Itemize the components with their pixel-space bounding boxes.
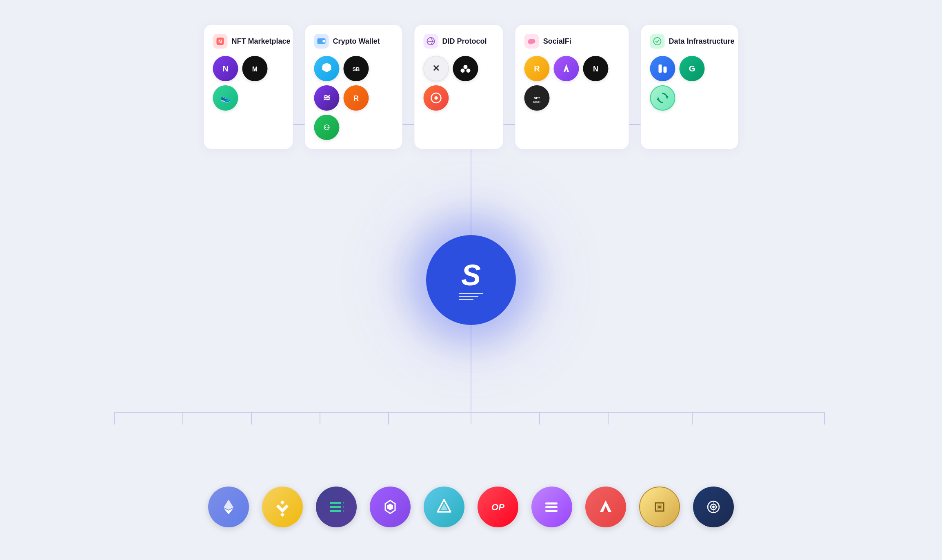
logo-numbers: N — [583, 56, 609, 81]
svg-marker-28 — [657, 98, 660, 100]
s-wave-2 — [459, 296, 478, 297]
svg-text:N: N — [222, 64, 228, 73]
svg-text:N: N — [593, 65, 598, 73]
logo-trezor — [314, 56, 339, 81]
svg-point-15 — [460, 69, 464, 73]
chain-kyber — [639, 487, 680, 527]
svg-point-18 — [434, 96, 438, 100]
logo-mintverse: M — [242, 56, 267, 81]
svg-point-54 — [658, 506, 661, 508]
socialfi-title: SocialFi — [543, 37, 571, 46]
svg-text:👟: 👟 — [220, 93, 231, 103]
svg-marker-35 — [280, 513, 284, 517]
svg-marker-43 — [387, 504, 393, 510]
top-cards-container: N NFT Marketplace N M 👟 — [203, 24, 738, 149]
logo-nftchat: NFTCHAT — [524, 85, 550, 111]
logo-aave-social — [554, 56, 579, 81]
card-header-data: Data Infrastructure — [650, 34, 729, 49]
logo-ronin: R — [343, 85, 369, 111]
chain-ethereum — [208, 487, 249, 527]
svg-point-16 — [466, 69, 470, 73]
bottom-chains-container: OP — [208, 487, 734, 527]
crypto-wallet-title: Crypto Wallet — [333, 37, 380, 46]
svg-rect-47 — [545, 502, 558, 504]
chain-cronos — [693, 487, 734, 527]
card-socialfi: SocialFi R N NFTCHAT — [515, 24, 629, 149]
svg-rect-24 — [659, 64, 662, 73]
s-logo: S — [461, 260, 481, 290]
s-wave-3 — [459, 299, 473, 300]
logo-data1 — [650, 56, 675, 81]
chain-bnb — [262, 487, 303, 527]
svg-text:≋: ≋ — [323, 93, 330, 103]
logo-opensea: 👟 — [213, 85, 238, 111]
logo-spruce — [453, 56, 478, 81]
did-logos: ✕ — [423, 56, 494, 111]
svg-text:NFT: NFT — [534, 96, 540, 100]
svg-rect-38 — [330, 510, 341, 512]
svg-marker-31 — [280, 500, 284, 504]
logo-green-wallet: ⚇ — [314, 115, 339, 140]
did-icon — [423, 34, 438, 49]
did-protocol-title: DID Protocol — [442, 37, 487, 46]
svg-text:⚇: ⚇ — [323, 124, 330, 132]
svg-text:G: G — [689, 64, 695, 73]
s-wave-1 — [459, 293, 483, 294]
logo-x-did: ✕ — [423, 56, 449, 81]
svg-text:SB: SB — [352, 66, 360, 72]
chain-polygon — [370, 487, 411, 527]
svg-point-23 — [654, 38, 661, 45]
socialfi-logos: R N NFTCHAT — [524, 56, 620, 111]
svg-text:R: R — [534, 64, 540, 73]
svg-rect-48 — [545, 506, 558, 508]
svg-marker-39 — [343, 502, 344, 504]
data-infrastructure-title: Data Infrastructure — [669, 37, 735, 46]
card-nft-marketplace: N NFT Marketplace N M 👟 — [203, 24, 293, 149]
svg-rect-25 — [664, 67, 667, 73]
data-icon — [650, 34, 665, 49]
chain-avalanche — [585, 487, 626, 527]
s-waves — [459, 293, 483, 300]
logo-data2: G — [680, 56, 705, 81]
wallet-logos: SB ≋ R ⚇ — [314, 56, 393, 140]
socialfi-icon — [524, 34, 539, 49]
svg-rect-6 — [322, 40, 325, 42]
chain-acala — [424, 487, 464, 527]
svg-text:✕: ✕ — [432, 63, 440, 73]
s-logo-wrap: S — [459, 260, 483, 300]
logo-data3 — [650, 85, 675, 111]
card-header-did: DID Protocol — [423, 34, 494, 49]
card-header-wallet: Crypto Wallet — [314, 34, 393, 49]
logo-niswap: N — [213, 56, 238, 81]
hub-circle: S — [426, 235, 516, 325]
main-scene: N NFT Marketplace N M 👟 — [0, 0, 942, 560]
svg-rect-49 — [545, 510, 558, 512]
svg-marker-40 — [343, 506, 344, 508]
svg-text:N: N — [218, 39, 222, 44]
chain-solana-like — [316, 487, 357, 527]
chain-solana — [531, 487, 572, 527]
logo-stb: SB — [343, 56, 369, 81]
card-header-nft: N NFT Marketplace — [213, 34, 284, 49]
data-logos: G — [650, 56, 729, 111]
logo-rally: R — [524, 56, 550, 81]
svg-text:R: R — [353, 94, 359, 102]
svg-marker-29 — [224, 500, 233, 510]
card-crypto-wallet: Crypto Wallet SB ≋ R ⚇ — [304, 24, 402, 149]
card-header-socialfi: SocialFi — [524, 34, 620, 49]
svg-rect-37 — [330, 506, 341, 508]
wallet-icon — [314, 34, 329, 49]
chain-optimism: OP — [478, 487, 518, 527]
nft-marketplace-title: NFT Marketplace — [231, 37, 290, 46]
nft-icon: N — [213, 34, 227, 49]
svg-marker-27 — [666, 96, 669, 98]
center-hub: S — [426, 235, 516, 325]
svg-marker-41 — [343, 510, 344, 512]
svg-text:M: M — [252, 66, 258, 73]
svg-marker-34 — [278, 507, 287, 513]
nft-logos: N M 👟 — [213, 56, 284, 111]
svg-text:OP: OP — [491, 502, 504, 512]
card-did-protocol: DID Protocol ✕ — [414, 24, 503, 149]
logo-polygon-id — [423, 85, 449, 111]
svg-rect-36 — [330, 502, 341, 504]
